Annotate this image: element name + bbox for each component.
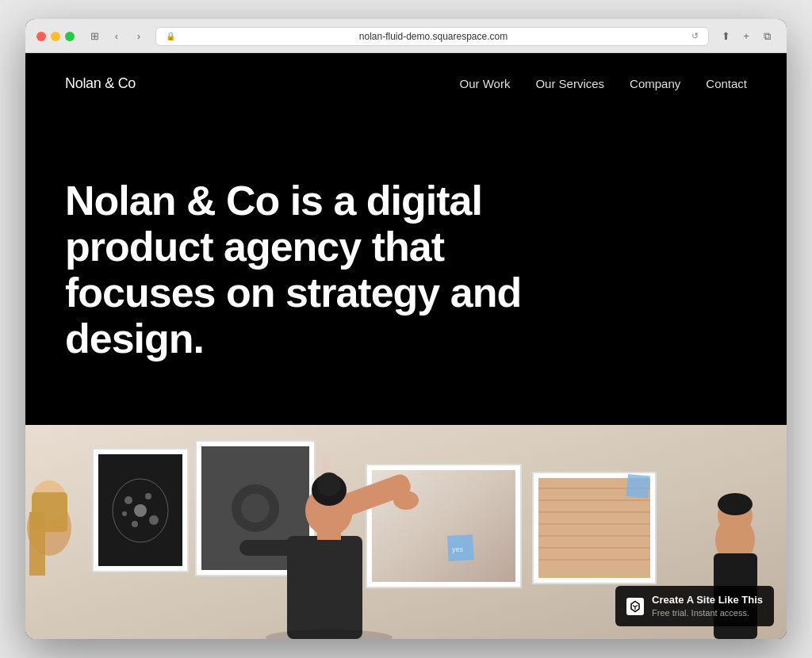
- svg-point-9: [122, 511, 127, 516]
- badge-title: Create A Site Like This: [652, 594, 763, 607]
- forward-icon: ›: [137, 30, 140, 42]
- squarespace-logo: [626, 598, 644, 615]
- svg-point-6: [149, 515, 159, 525]
- address-bar[interactable]: 🔒 nolan-fluid-demo.squarespace.com ↺: [155, 27, 709, 46]
- browser-chrome: ⊞ ‹ › 🔒 nolan-fluid-demo.squarespace.com…: [25, 19, 787, 53]
- site-nav: Nolan & Co Our Work Our Services Company…: [25, 53, 787, 114]
- minimize-button[interactable]: [51, 32, 60, 41]
- nav-link-contact[interactable]: Contact: [706, 77, 747, 90]
- svg-rect-28: [626, 474, 650, 498]
- svg-rect-41: [239, 540, 295, 556]
- svg-point-36: [393, 491, 419, 510]
- forward-button[interactable]: ›: [130, 28, 147, 45]
- lock-icon: 🔒: [166, 32, 175, 40]
- site-logo[interactable]: Nolan & Co: [65, 75, 136, 92]
- browser-controls: ⊞ ‹ ›: [86, 28, 147, 45]
- nav-links: Our Work Our Services Company Contact: [459, 77, 747, 90]
- back-icon: ‹: [115, 30, 118, 42]
- nav-link-our-work[interactable]: Our Work: [459, 77, 510, 90]
- nav-link-company[interactable]: Company: [630, 77, 680, 90]
- svg-text:yes: yes: [452, 545, 464, 553]
- back-button[interactable]: ‹: [108, 28, 125, 45]
- svg-rect-34: [287, 536, 362, 639]
- browser-actions: ⬆ + ⧉: [717, 28, 776, 45]
- browser-window: ⊞ ‹ › 🔒 nolan-fluid-demo.squarespace.com…: [25, 19, 787, 640]
- svg-rect-33: [29, 512, 45, 576]
- squarespace-badge[interactable]: Create A Site Like This Free trial. Inst…: [615, 586, 774, 626]
- nav-link-our-services[interactable]: Our Services: [535, 77, 604, 90]
- svg-point-7: [132, 521, 138, 527]
- share-icon: ⬆: [722, 30, 730, 42]
- copy-tab-button[interactable]: ⧉: [758, 28, 776, 45]
- hero-image-section: yes: [25, 425, 787, 639]
- copy-tab-icon: ⧉: [764, 30, 771, 43]
- svg-point-8: [145, 493, 151, 499]
- traffic-lights: [36, 32, 75, 41]
- svg-point-40: [317, 472, 341, 496]
- new-tab-icon: +: [743, 30, 749, 42]
- svg-point-5: [124, 496, 132, 504]
- svg-point-4: [134, 504, 147, 517]
- close-button[interactable]: [36, 32, 46, 41]
- badge-subtitle: Free trial. Instant access.: [652, 607, 763, 618]
- new-tab-button[interactable]: +: [737, 28, 755, 45]
- hero-headline: Nolan & Co is a digital product agency t…: [65, 178, 557, 362]
- maximize-button[interactable]: [65, 32, 75, 41]
- badge-text: Create A Site Like This Free trial. Inst…: [652, 594, 763, 618]
- svg-point-44: [718, 493, 753, 515]
- svg-point-13: [241, 494, 270, 522]
- hero-section: Nolan & Co is a digital product agency t…: [25, 114, 787, 410]
- share-button[interactable]: ⬆: [717, 28, 734, 45]
- url-text: nolan-fluid-demo.squarespace.com: [180, 31, 687, 42]
- website-content: Nolan & Co Our Work Our Services Company…: [25, 53, 787, 640]
- grid-icon: ⊞: [90, 30, 99, 42]
- reload-icon[interactable]: ↺: [691, 31, 699, 41]
- grid-button[interactable]: ⊞: [86, 28, 103, 45]
